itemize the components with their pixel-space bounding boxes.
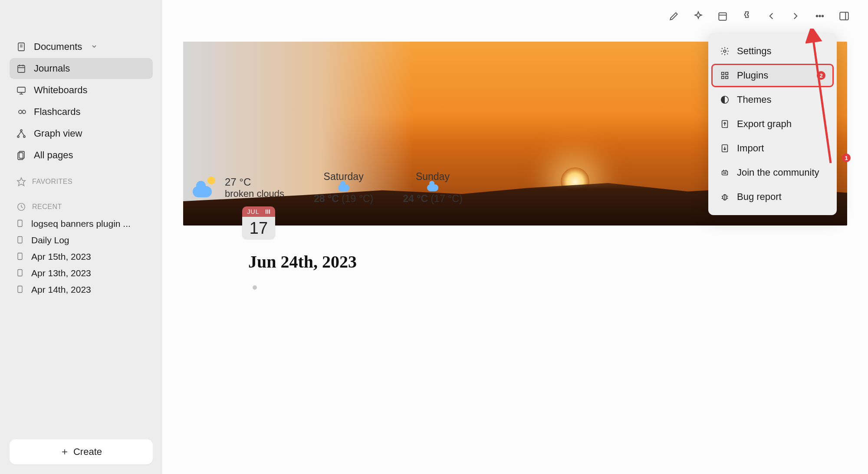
recent-item[interactable]: Apr 13th, 2023 [10, 265, 153, 281]
page-title: Jun 24th, 2023 [248, 252, 357, 272]
svg-rect-25 [18, 237, 22, 243]
plus-icon [60, 448, 69, 456]
svg-rect-39 [722, 72, 724, 75]
svg-line-58 [727, 198, 728, 199]
themes-icon [720, 95, 730, 105]
documents-icon [16, 41, 27, 52]
sidebar-item-flashcards[interactable]: Flashcards [10, 101, 153, 122]
right-sidebar-toggle-icon[interactable] [838, 10, 851, 23]
svg-point-35 [822, 15, 823, 16]
nav-label: Documents [34, 41, 82, 52]
infinity-icon [16, 106, 27, 118]
sidebar-nav: Documents Journals Whiteboards Flashcard… [0, 36, 162, 166]
svg-rect-12 [17, 87, 25, 92]
sidebar-item-whiteboards[interactable]: Whiteboards [10, 80, 153, 101]
whiteboard-icon [16, 85, 27, 96]
top-right-toolbar [667, 10, 851, 23]
svg-point-15 [20, 130, 22, 131]
nav-back-icon[interactable] [765, 10, 778, 23]
svg-point-17 [23, 136, 25, 137]
menu-item-join-community[interactable]: Join the community [712, 161, 833, 184]
recent-item[interactable]: Apr 15th, 2023 [10, 249, 153, 265]
nav-label: All pages [34, 150, 73, 161]
svg-point-52 [725, 173, 726, 173]
journal-date-chip: JUL 17 [242, 206, 275, 239]
more-dropdown-menu: Settings Plugins 2 Themes Export graph I… [708, 33, 837, 215]
menu-label: Plugins [737, 70, 768, 81]
gear-icon [720, 46, 730, 56]
calendar-icon [16, 63, 27, 74]
sidebar-item-graph-view[interactable]: Graph view [10, 123, 153, 144]
plugins-icon [720, 70, 730, 81]
svg-rect-36 [840, 12, 848, 20]
nav-label: Journals [34, 63, 70, 74]
menu-label: Export graph [737, 118, 792, 130]
page-icon [16, 285, 25, 294]
menu-item-plugins[interactable]: Plugins 2 [712, 64, 833, 87]
sidebar-item-documents[interactable]: Documents [10, 36, 153, 57]
weather-forecast-day: Saturday 28 °C (19 °C) [314, 171, 373, 205]
svg-rect-28 [18, 286, 22, 293]
calendar-toolbar-icon[interactable] [716, 10, 729, 23]
recent-item[interactable]: Daily Log [10, 232, 153, 248]
nav-forward-icon[interactable] [789, 10, 802, 23]
svg-rect-42 [726, 76, 728, 79]
svg-line-57 [722, 198, 723, 199]
annotation-badge-1: 1 [842, 154, 851, 162]
weather-day-temps: 24 °C (17 °C) [403, 193, 462, 205]
svg-line-18 [18, 131, 21, 136]
date-chip-day: 17 [242, 217, 275, 239]
nav-label: Whiteboards [34, 85, 88, 96]
favorites-section-label: FAVORITES [0, 166, 162, 191]
annotation-badge-2: 2 [817, 71, 825, 80]
cloud-icon [338, 184, 349, 191]
menu-item-bug-report[interactable]: Bug report [712, 186, 833, 208]
sidebar-item-journals[interactable]: Journals [10, 58, 153, 79]
menu-item-settings[interactable]: Settings [712, 40, 833, 62]
community-icon [720, 167, 730, 178]
svg-point-34 [819, 15, 820, 16]
svg-rect-48 [722, 171, 728, 175]
scrollbar[interactable] [861, 0, 865, 474]
recent-section-label: RECENT [0, 191, 162, 216]
export-icon [720, 119, 730, 129]
sparkle-icon[interactable] [692, 10, 705, 23]
svg-point-51 [723, 173, 724, 173]
pages-icon [16, 150, 27, 161]
page-icon [16, 252, 25, 262]
bug-icon [720, 192, 730, 202]
menu-label: Themes [737, 94, 771, 105]
nav-label: Flashcards [34, 106, 81, 118]
chevron-down-icon [91, 41, 98, 52]
import-icon [720, 143, 730, 154]
more-menu-icon[interactable] [813, 10, 826, 23]
page-icon [16, 219, 25, 229]
sidebar-item-all-pages[interactable]: All pages [10, 145, 153, 166]
svg-rect-26 [18, 253, 22, 260]
puzzle-icon[interactable] [740, 10, 753, 23]
page-icon [16, 268, 25, 278]
pencil-icon[interactable] [667, 10, 681, 23]
weather-widget: 27 °C broken clouds Saturday 28 °C (19 °… [193, 171, 463, 205]
weather-current-desc: broken clouds [225, 188, 284, 199]
svg-rect-8 [18, 65, 25, 72]
page-icon [16, 235, 25, 245]
date-chip-month: JUL [242, 206, 275, 217]
weather-current-temp: 27 °C [225, 176, 284, 188]
svg-marker-22 [17, 178, 25, 186]
menu-item-themes[interactable]: Themes [712, 88, 833, 111]
empty-bullet[interactable] [253, 285, 257, 290]
recent-item[interactable]: Apr 14th, 2023 [10, 282, 153, 297]
menu-label: Join the community [737, 167, 819, 178]
weather-forecast-day: Sunday 24 °C (17 °C) [403, 171, 462, 205]
menu-item-import[interactable]: Import [712, 137, 833, 160]
svg-rect-40 [726, 72, 728, 75]
graph-icon [16, 128, 27, 139]
star-icon [16, 177, 26, 186]
create-button[interactable]: Create [10, 439, 153, 464]
menu-label: Settings [737, 46, 772, 57]
svg-rect-27 [18, 270, 22, 276]
menu-label: Bug report [737, 191, 782, 203]
recent-item[interactable]: logseq banners plugin ... [10, 216, 153, 232]
menu-item-export-graph[interactable]: Export graph [712, 113, 833, 135]
